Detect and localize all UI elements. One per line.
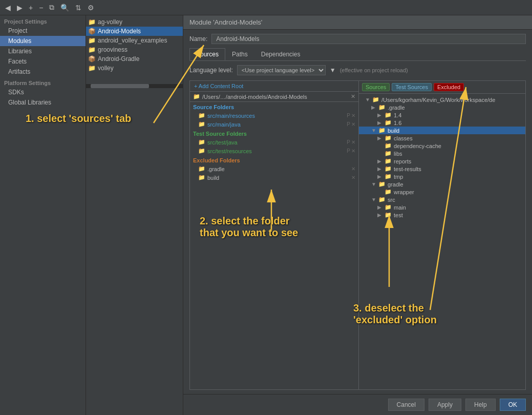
sidebar-item-facets[interactable]: Facets <box>0 56 86 67</box>
sidebar-item-artifacts[interactable]: Artifacts <box>0 67 86 77</box>
copy-btn[interactable]: ⧉ <box>47 2 56 13</box>
path-close-btn[interactable]: ✕ <box>351 93 355 100</box>
sidebar-item-global-libraries[interactable]: Global Libraries <box>0 97 86 108</box>
16-folder-icon: 📁 <box>385 119 392 126</box>
p-icon-t1[interactable]: P <box>347 139 350 145</box>
sidebar-item-sdks[interactable]: SDKs <box>0 87 86 97</box>
tree-item-classes[interactable]: ▶ 📁 classes <box>359 134 525 142</box>
14-folder-icon: 📁 <box>385 112 392 118</box>
file-item-android-gradle[interactable]: 📦 Android-Gradle <box>86 54 183 64</box>
build-arrow-icon: ▼ <box>371 128 376 133</box>
content-area: + Add Content Root 📁 /Users/…/android-mo… <box>189 80 526 390</box>
tree-item-reports[interactable]: ▶ 📁 reports <box>359 157 525 165</box>
sidebar-item-libraries[interactable]: Libraries <box>0 46 86 56</box>
sidebar-item-modules[interactable]: Modules <box>0 36 86 46</box>
test-path-2: src/test/resources <box>207 148 345 154</box>
tree-item-test[interactable]: ▶ 📁 test <box>359 211 525 219</box>
close-icon-e2[interactable]: ✕ <box>351 175 355 180</box>
tree-item-test-results[interactable]: ▶ 📁 test-results <box>359 165 525 173</box>
source-folder-icon-1: 📁 <box>198 112 205 119</box>
main-layout: Project Settings Project Modules Librari… <box>0 15 532 415</box>
tag-sources[interactable]: Sources <box>362 83 390 91</box>
add-btn[interactable]: + <box>27 3 35 13</box>
testresults-arrow-icon: ▶ <box>377 166 382 172</box>
tree-item-src[interactable]: ▼ 📁 src <box>359 196 525 203</box>
tree-item-tmp[interactable]: ▶ 📁 tmp <box>359 173 525 180</box>
libs-label: libs <box>394 151 402 157</box>
tag-test-sources[interactable]: Test Sources <box>392 83 432 91</box>
tree-area: ▼ 📁 /Users/kgorham/Kevin_G/Work/workspac… <box>359 94 525 389</box>
file-item-volley[interactable]: 📁 volley <box>86 64 183 73</box>
tree-item-dep-cache[interactable]: 📁 dependency-cache <box>359 142 525 150</box>
build-folder-icon: 📁 <box>378 127 386 134</box>
testresults-folder-icon: 📁 <box>385 165 392 172</box>
sort-btn[interactable]: ⇅ <box>73 3 83 13</box>
excluded-folders-label: Excluded Folders <box>190 155 358 164</box>
add-content-root-btn[interactable]: + Add Content Root <box>190 81 358 92</box>
close-icon-t2[interactable]: ✕ <box>351 148 355 154</box>
src-label: src <box>388 197 395 203</box>
tab-paths[interactable]: Paths <box>225 48 254 60</box>
sidebar-item-project[interactable]: Project <box>0 26 86 36</box>
help-button[interactable]: Help <box>465 399 496 411</box>
close-icon-2[interactable]: ✕ <box>351 121 355 127</box>
settings-btn[interactable]: ⚙ <box>86 3 96 13</box>
test-folder-1: 📁 src/test/java P ✕ <box>190 138 358 147</box>
tab-dependencies[interactable]: Dependencies <box>254 48 307 60</box>
lang-select[interactable]: <Use project language level> <box>237 65 326 75</box>
classes-label: classes <box>394 135 413 141</box>
test-icons-2: P ✕ <box>347 148 355 154</box>
p-icon-1[interactable]: P <box>347 113 350 118</box>
tmp-label: tmp <box>394 174 403 180</box>
file-item-ag-volley[interactable]: 📁 ag-volley <box>86 17 183 27</box>
tree-item-wrapper[interactable]: 📁 wrapper <box>359 188 525 196</box>
p-icon-2[interactable]: P <box>347 121 350 127</box>
path-bar: 📁 /Users/…/android-models/Android-Models… <box>190 92 358 102</box>
back-btn[interactable]: ◀ <box>3 3 13 13</box>
root-folder-icon: 📁 <box>372 96 379 103</box>
file-item-android-volley-examples[interactable]: 📁 android_volley_examples <box>86 36 183 45</box>
tree-item-gradle[interactable]: ▶ 📁 .gradle <box>359 103 525 111</box>
file-item-grooviness[interactable]: 📁 grooviness <box>86 45 183 54</box>
tab-sources[interactable]: Sources <box>189 48 225 60</box>
close-icon-t1[interactable]: ✕ <box>351 139 355 145</box>
forward-btn[interactable]: ▶ <box>15 3 25 13</box>
main-arrow-icon: ▶ <box>377 204 382 210</box>
build-label: build <box>388 128 399 134</box>
left-content-panel: + Add Content Root 📁 /Users/…/android-mo… <box>189 80 358 390</box>
tree-item-gradle-root[interactable]: ▼ 📁 gradle <box>359 180 525 188</box>
cancel-button[interactable]: Cancel <box>388 399 424 411</box>
folder-icon: 📁 <box>88 18 96 26</box>
tree-item-build[interactable]: ▼ 📁 build <box>359 127 525 134</box>
gradle-folder-icon: 📁 <box>378 104 386 111</box>
apply-button[interactable]: Apply <box>429 399 461 411</box>
name-label: Name: <box>189 35 207 43</box>
file-item-android-models[interactable]: 📦 Android-Models <box>86 27 183 36</box>
folder-icon-3: 📁 <box>88 46 96 53</box>
tree-item-main[interactable]: ▶ 📁 main <box>359 203 525 211</box>
tree-item-16[interactable]: ▶ 📁 1.6 <box>359 119 525 127</box>
wrapper-folder-icon: 📁 <box>385 189 392 195</box>
gradle-root-label: gradle <box>388 181 403 188</box>
close-icon-e1[interactable]: ✕ <box>351 166 355 172</box>
ok-button[interactable]: OK <box>500 399 526 411</box>
dialog: Module 'Android-Models' Name: Sources Pa… <box>183 15 532 415</box>
tree-root[interactable]: ▼ 📁 /Users/kgorham/Kevin_G/Work/workspac… <box>359 96 525 103</box>
dialog-title: Module 'Android-Models' <box>183 15 532 30</box>
close-icon-1[interactable]: ✕ <box>351 113 355 118</box>
tree-item-libs[interactable]: 📁 libs <box>359 150 525 157</box>
search-btn[interactable]: 🔍 <box>58 3 71 13</box>
tag-excluded[interactable]: Excluded <box>434 83 464 91</box>
tree-item-14[interactable]: ▶ 📁 1.4 <box>359 111 525 119</box>
folder-small-icon: 📁 <box>193 93 200 100</box>
source-folder-icon-2: 📁 <box>198 121 205 128</box>
name-row: Name: <box>189 34 526 44</box>
excluded-folder-2: 📁 build ✕ <box>190 173 358 182</box>
p-icon-t2[interactable]: P <box>347 148 350 154</box>
src-folder-icon: 📁 <box>378 196 386 203</box>
source-folder-1: 📁 src/main/resources P ✕ <box>190 111 358 120</box>
main-label: main <box>394 204 406 211</box>
dialog-footer: Cancel Apply Help OK <box>183 394 532 415</box>
minus-btn[interactable]: − <box>37 3 45 13</box>
name-input[interactable] <box>211 34 526 44</box>
